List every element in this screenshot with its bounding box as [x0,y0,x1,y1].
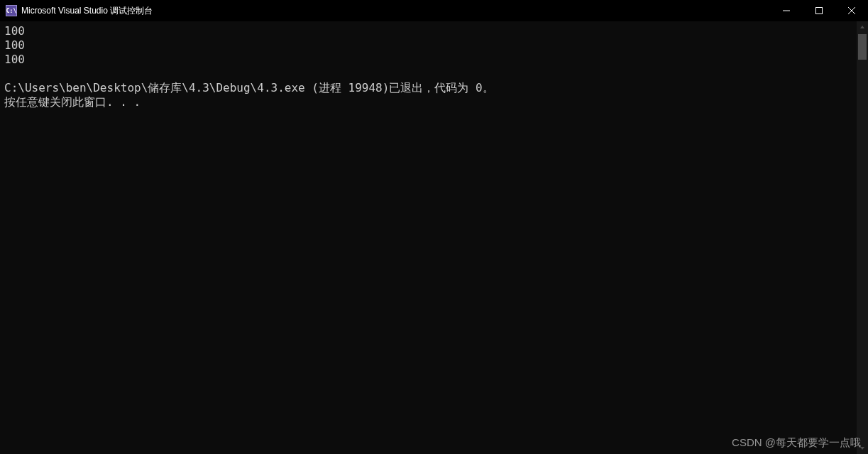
console-line: 按任意键关闭此窗口. . . [4,95,852,109]
vertical-scrollbar[interactable] [857,21,868,454]
console-line: 100 [4,24,852,38]
console-area: 100100100C:\Users\ben\Desktop\储存库\4.3\De… [0,21,868,454]
console-output[interactable]: 100100100C:\Users\ben\Desktop\储存库\4.3\De… [0,21,857,454]
maximize-button[interactable] [803,0,835,21]
console-line [4,67,852,81]
scrollbar-down-icon[interactable] [857,443,868,454]
titlebar[interactable]: C:\ Microsoft Visual Studio 调试控制台 [0,0,868,21]
svg-rect-1 [816,8,823,14]
svg-marker-4 [860,26,864,28]
minimize-button[interactable] [770,0,803,21]
close-button[interactable] [835,0,868,21]
window-title: Microsoft Visual Studio 调试控制台 [21,5,153,17]
console-line: 100 [4,53,852,67]
scrollbar-thumb[interactable] [858,34,867,60]
svg-marker-5 [860,447,864,450]
console-line: 100 [4,38,852,53]
window-controls [770,0,868,21]
console-line: C:\Users\ben\Desktop\储存库\4.3\Debug\4.3.e… [4,81,852,95]
console-app-icon: C:\ [6,5,17,16]
scrollbar-up-icon[interactable] [857,21,868,33]
